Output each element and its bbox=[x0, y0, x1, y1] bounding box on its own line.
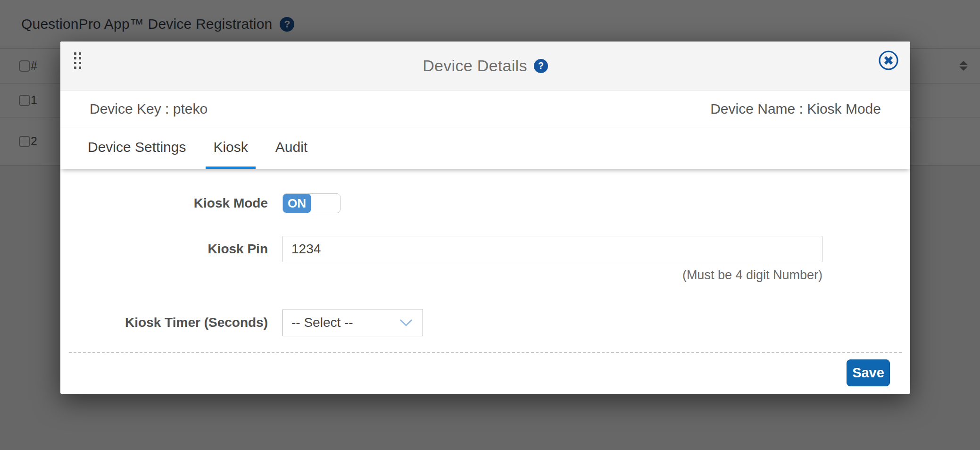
modal-footer: Save bbox=[60, 353, 910, 386]
close-icon[interactable] bbox=[878, 50, 899, 71]
kiosk-timer-select[interactable]: -- Select -- bbox=[282, 309, 423, 336]
modal-tab-bar: Device Settings Kiosk Audit bbox=[60, 127, 910, 169]
device-meta-row: Device Key : pteko Device Name : Kiosk M… bbox=[60, 91, 910, 127]
modal-body: Kiosk Mode ON Kiosk Pin (Must be 4 digit… bbox=[60, 169, 910, 394]
kiosk-timer-label: Kiosk Timer (Seconds) bbox=[60, 315, 282, 330]
chevron-down-icon bbox=[399, 318, 413, 327]
drag-handle-icon[interactable] bbox=[74, 52, 81, 69]
select-value: -- Select -- bbox=[291, 315, 353, 330]
save-button[interactable]: Save bbox=[847, 359, 890, 386]
toggle-on-label: ON bbox=[283, 194, 311, 213]
kiosk-mode-label: Kiosk Mode bbox=[60, 196, 282, 211]
kiosk-mode-row: Kiosk Mode ON bbox=[60, 193, 910, 213]
tab-audit[interactable]: Audit bbox=[268, 127, 315, 169]
tab-device-settings[interactable]: Device Settings bbox=[80, 127, 193, 169]
modal-help-icon[interactable]: ? bbox=[534, 59, 548, 73]
kiosk-pin-hint: (Must be 4 digit Number) bbox=[282, 268, 822, 283]
device-name-text: Device Name : Kiosk Mode bbox=[710, 101, 881, 117]
device-key-text: Device Key : pteko bbox=[90, 101, 208, 117]
tab-kiosk[interactable]: Kiosk bbox=[206, 127, 255, 169]
kiosk-pin-input[interactable] bbox=[282, 236, 822, 262]
kiosk-mode-toggle[interactable]: ON bbox=[282, 193, 341, 213]
kiosk-pin-label: Kiosk Pin bbox=[60, 236, 282, 257]
device-details-modal: Device Details ? Device Key : pteko Devi… bbox=[60, 42, 910, 394]
modal-title: Device Details bbox=[423, 57, 527, 75]
kiosk-pin-row: Kiosk Pin (Must be 4 digit Number) bbox=[60, 236, 910, 283]
kiosk-timer-row: Kiosk Timer (Seconds) -- Select -- bbox=[60, 309, 910, 336]
modal-header: Device Details ? bbox=[60, 42, 910, 91]
